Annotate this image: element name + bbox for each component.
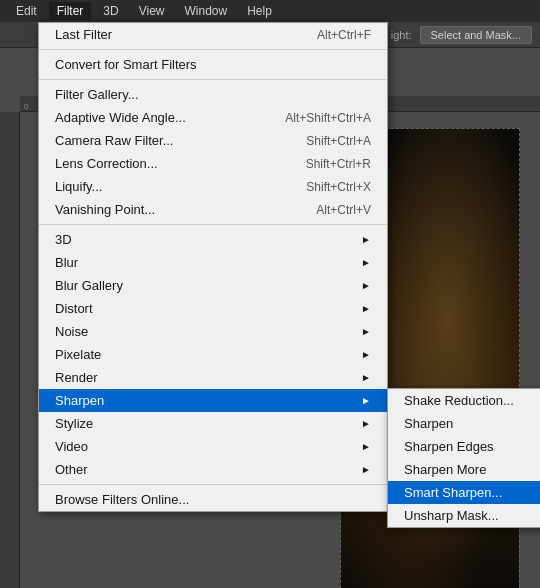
menu-items: Edit Filter 3D View Window Help	[8, 2, 280, 20]
3d-label: 3D	[55, 232, 72, 247]
menu-camera-raw[interactable]: Camera Raw Filter... Shift+Ctrl+A	[39, 129, 387, 152]
menu-adaptive-wide[interactable]: Adaptive Wide Angle... Alt+Shift+Ctrl+A	[39, 106, 387, 129]
menu-convert-smart[interactable]: Convert for Smart Filters	[39, 53, 387, 76]
last-filter-shortcut: Alt+Ctrl+F	[317, 28, 371, 42]
noise-arrow: ►	[361, 326, 371, 337]
unsharp-mask-label: Unsharp Mask...	[404, 508, 499, 523]
filter-dropdown: Last Filter Alt+Ctrl+F Convert for Smart…	[38, 22, 388, 512]
select-mask-button[interactable]: Select and Mask...	[420, 26, 533, 44]
menu-browse-filters[interactable]: Browse Filters Online...	[39, 488, 387, 511]
liquify-shortcut: Shift+Ctrl+X	[306, 180, 371, 194]
tick-0: 0	[24, 102, 28, 111]
menu-distort[interactable]: Distort ►	[39, 297, 387, 320]
filter-gallery-label: Filter Gallery...	[55, 87, 139, 102]
sharpen-more-label: Sharpen More	[404, 462, 486, 477]
submenu-sharpen-edges[interactable]: Sharpen Edges	[388, 435, 540, 458]
camera-raw-shortcut: Shift+Ctrl+A	[306, 134, 371, 148]
menu-3d[interactable]: 3D ►	[39, 228, 387, 251]
lens-correction-shortcut: Shift+Ctrl+R	[306, 157, 371, 171]
submenu-unsharp-mask[interactable]: Unsharp Mask...	[388, 504, 540, 527]
menu-other[interactable]: Other ►	[39, 458, 387, 481]
stylize-arrow: ►	[361, 418, 371, 429]
ruler-vertical	[0, 112, 20, 588]
adaptive-wide-shortcut: Alt+Shift+Ctrl+A	[285, 111, 371, 125]
sharpen-submenu: Shake Reduction... Sharpen Sharpen Edges…	[387, 388, 540, 528]
menu-liquify[interactable]: Liquify... Shift+Ctrl+X	[39, 175, 387, 198]
menu-stylize[interactable]: Stylize ►	[39, 412, 387, 435]
menu-render[interactable]: Render ►	[39, 366, 387, 389]
menu-noise[interactable]: Noise ►	[39, 320, 387, 343]
blur-label: Blur	[55, 255, 78, 270]
menu-blur[interactable]: Blur ►	[39, 251, 387, 274]
other-label: Other	[55, 462, 88, 477]
submenu-sharpen-more[interactable]: Sharpen More	[388, 458, 540, 481]
menu-pixelate[interactable]: Pixelate ►	[39, 343, 387, 366]
liquify-label: Liquify...	[55, 179, 102, 194]
menu-sharpen[interactable]: Sharpen ► Shake Reduction... Sharpen Sha…	[39, 389, 387, 412]
menu-item-view[interactable]: View	[131, 2, 173, 20]
menu-vanishing-point[interactable]: Vanishing Point... Alt+Ctrl+V	[39, 198, 387, 221]
stylize-label: Stylize	[55, 416, 93, 431]
browse-filters-label: Browse Filters Online...	[55, 492, 189, 507]
video-label: Video	[55, 439, 88, 454]
separator-3	[39, 224, 387, 225]
separator-4	[39, 484, 387, 485]
menu-item-filter[interactable]: Filter	[49, 2, 92, 20]
right-label: ight:	[391, 29, 412, 41]
menu-lens-correction[interactable]: Lens Correction... Shift+Ctrl+R	[39, 152, 387, 175]
distort-arrow: ►	[361, 303, 371, 314]
menu-last-filter[interactable]: Last Filter Alt+Ctrl+F	[39, 23, 387, 46]
menu-bar: Edit Filter 3D View Window Help	[0, 0, 540, 22]
adaptive-wide-label: Adaptive Wide Angle...	[55, 110, 186, 125]
sharpen-arrow: ►	[361, 395, 371, 406]
menu-item-edit[interactable]: Edit	[8, 2, 45, 20]
vanishing-point-shortcut: Alt+Ctrl+V	[316, 203, 371, 217]
3d-arrow: ►	[361, 234, 371, 245]
menu-blur-gallery[interactable]: Blur Gallery ►	[39, 274, 387, 297]
render-arrow: ►	[361, 372, 371, 383]
menu-filter-gallery[interactable]: Filter Gallery...	[39, 83, 387, 106]
distort-label: Distort	[55, 301, 93, 316]
menu-item-3d[interactable]: 3D	[95, 2, 126, 20]
blur-gallery-label: Blur Gallery	[55, 278, 123, 293]
menu-video[interactable]: Video ►	[39, 435, 387, 458]
pixelate-arrow: ►	[361, 349, 371, 360]
noise-label: Noise	[55, 324, 88, 339]
render-label: Render	[55, 370, 98, 385]
blur-arrow: ►	[361, 257, 371, 268]
submenu-sharpen[interactable]: Sharpen	[388, 412, 540, 435]
vanishing-point-label: Vanishing Point...	[55, 202, 155, 217]
video-arrow: ►	[361, 441, 371, 452]
separator-1	[39, 49, 387, 50]
sharpen-only-label: Sharpen	[404, 416, 453, 431]
last-filter-label: Last Filter	[55, 27, 112, 42]
sharpen-label: Sharpen	[55, 393, 104, 408]
smart-sharpen-label: Smart Sharpen...	[404, 485, 502, 500]
convert-smart-label: Convert for Smart Filters	[55, 57, 197, 72]
menu-item-window[interactable]: Window	[177, 2, 236, 20]
menu-item-help[interactable]: Help	[239, 2, 280, 20]
other-arrow: ►	[361, 464, 371, 475]
blur-gallery-arrow: ►	[361, 280, 371, 291]
sharpen-edges-label: Sharpen Edges	[404, 439, 494, 454]
shake-reduction-label: Shake Reduction...	[404, 393, 514, 408]
submenu-smart-sharpen[interactable]: Smart Sharpen...	[388, 481, 540, 504]
lens-correction-label: Lens Correction...	[55, 156, 158, 171]
separator-2	[39, 79, 387, 80]
submenu-shake-reduction[interactable]: Shake Reduction...	[388, 389, 540, 412]
pixelate-label: Pixelate	[55, 347, 101, 362]
camera-raw-label: Camera Raw Filter...	[55, 133, 173, 148]
